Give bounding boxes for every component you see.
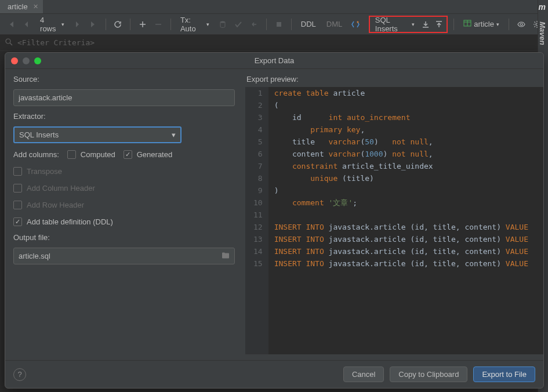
nav-prev-icon[interactable] bbox=[21, 17, 34, 31]
tab-label: article bbox=[8, 2, 28, 11]
svg-point-11 bbox=[6, 39, 10, 43]
preview-label: Export preview: bbox=[245, 75, 543, 84]
copy-clipboard-button[interactable]: Copy to Clipboard bbox=[390, 366, 467, 382]
target-table-dropdown[interactable]: article ▾ bbox=[460, 19, 503, 29]
chevron-down-icon: ▾ bbox=[206, 21, 209, 27]
dialog-title: Export Data bbox=[255, 56, 295, 65]
output-file-input[interactable]: article.sql bbox=[13, 248, 235, 264]
output-label: Output file: bbox=[13, 233, 235, 242]
svg-point-9 bbox=[520, 23, 522, 26]
compare-icon[interactable] bbox=[349, 17, 362, 31]
add-columns-label: Add columns: bbox=[13, 150, 59, 159]
source-label: Source: bbox=[13, 75, 235, 84]
chevron-down-icon: ▾ bbox=[172, 130, 176, 139]
filter-placeholder: <Filter Criteria> bbox=[17, 38, 95, 47]
nav-last-icon[interactable] bbox=[87, 17, 100, 31]
svg-point-3 bbox=[220, 21, 225, 23]
search-icon bbox=[5, 38, 13, 48]
tx-mode-dropdown[interactable]: Tx: Auto ▾ bbox=[177, 16, 213, 33]
help-button[interactable]: ? bbox=[13, 368, 26, 381]
chevron-down-icon: ▾ bbox=[412, 21, 415, 27]
table-def-label: Add table definition (DDL) bbox=[27, 217, 113, 226]
window-close-icon[interactable] bbox=[11, 57, 18, 64]
nav-first-icon[interactable] bbox=[5, 17, 17, 31]
chevron-down-icon: ▾ bbox=[496, 21, 499, 27]
refresh-icon[interactable] bbox=[112, 17, 125, 31]
extractor-label: Extractor: bbox=[13, 112, 235, 121]
chevron-down-icon: ▾ bbox=[61, 21, 64, 27]
export-data-dialog: Export Data Source: javastack.article Ex… bbox=[5, 52, 544, 389]
editor-tab[interactable]: article ✕ bbox=[0, 0, 43, 13]
row-count-dropdown[interactable]: 4 rows ▾ bbox=[37, 16, 68, 33]
filter-row[interactable]: <Filter Criteria> bbox=[0, 35, 548, 51]
add-row-icon[interactable] bbox=[136, 17, 149, 31]
folder-icon[interactable] bbox=[222, 252, 230, 260]
computed-checkbox[interactable] bbox=[67, 150, 76, 159]
generated-label: Generated bbox=[137, 150, 172, 159]
col-header-checkbox bbox=[13, 184, 22, 193]
submit-icon[interactable] bbox=[232, 17, 245, 31]
extractor-select[interactable]: SQL Inserts ▾ bbox=[13, 126, 182, 143]
row-header-label: Add Row Header bbox=[27, 201, 84, 209]
svg-rect-4 bbox=[277, 22, 281, 27]
transpose-label: Transpose bbox=[27, 167, 62, 176]
generated-checkbox[interactable] bbox=[124, 150, 132, 159]
export-preview-code: 123456789101112131415 create table artic… bbox=[245, 87, 543, 354]
source-input[interactable]: javastack.article bbox=[13, 89, 235, 106]
export-highlight-box: SQL Inserts ▾ bbox=[369, 16, 448, 33]
commit-db-icon[interactable] bbox=[216, 17, 229, 31]
dml-button[interactable]: DML bbox=[323, 20, 346, 28]
stop-icon[interactable] bbox=[273, 17, 285, 31]
export-file-button[interactable]: Export to File bbox=[473, 366, 535, 382]
download-icon[interactable] bbox=[419, 17, 431, 31]
nav-next-icon[interactable] bbox=[71, 17, 84, 31]
table-icon bbox=[463, 19, 471, 29]
window-minimize-icon[interactable] bbox=[23, 57, 30, 64]
computed-label: Computed bbox=[81, 150, 115, 159]
rollback-icon[interactable] bbox=[248, 17, 261, 31]
delete-row-icon[interactable] bbox=[153, 17, 165, 31]
ddl-button[interactable]: DDL bbox=[297, 20, 320, 28]
svg-point-5 bbox=[357, 21, 359, 23]
cancel-button[interactable]: Cancel bbox=[343, 366, 384, 382]
transpose-checkbox bbox=[13, 167, 22, 176]
window-zoom-icon[interactable] bbox=[34, 57, 41, 64]
extractor-dropdown[interactable]: SQL Inserts ▾ bbox=[372, 16, 418, 33]
row-header-checkbox bbox=[13, 201, 22, 209]
maven-m-icon: m bbox=[539, 2, 546, 12]
close-icon[interactable]: ✕ bbox=[33, 3, 38, 10]
eye-icon[interactable] bbox=[515, 17, 528, 31]
upload-icon[interactable] bbox=[433, 17, 445, 31]
col-header-label: Add Column Header bbox=[27, 184, 95, 193]
table-def-checkbox[interactable] bbox=[13, 217, 22, 226]
